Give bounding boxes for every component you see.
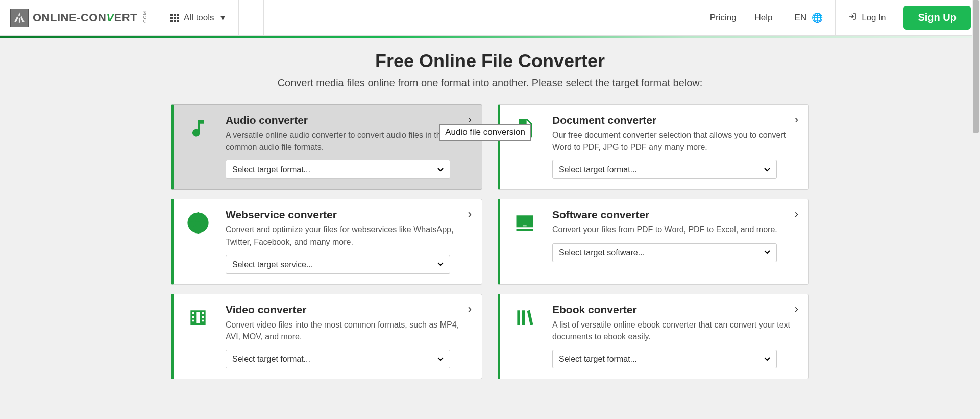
svg-rect-7 (174, 20, 176, 22)
select-target-format[interactable]: Select target format... (226, 350, 450, 368)
all-tools-menu[interactable]: All tools ▼ (158, 0, 238, 35)
svg-rect-0 (170, 14, 173, 16)
card-desc: A versatile online audio converter to co… (226, 129, 471, 153)
hero: Free Online File Converter Convert media… (0, 38, 980, 99)
select-target-format[interactable]: Select target format... (552, 160, 777, 179)
card-title: Document converter (552, 114, 797, 126)
login-link[interactable]: Log In (836, 0, 898, 35)
login-icon (848, 12, 856, 23)
monitor-icon (509, 208, 540, 273)
music-note-icon (183, 114, 213, 179)
card-title: Webservice converter (226, 208, 471, 221)
select-target-format[interactable]: Select target format... (552, 350, 777, 368)
card-software-converter[interactable]: › Software converter Convert your files … (498, 199, 809, 284)
logo-icon (10, 9, 29, 27)
page-title: Free Online File Converter (10, 51, 970, 72)
globe-icon (183, 208, 213, 273)
card-title: Ebook converter (552, 304, 797, 316)
svg-rect-1 (174, 14, 176, 16)
tooltip: Audio file conversion (439, 124, 531, 141)
help-link[interactable]: Help (746, 0, 782, 35)
select-target-software[interactable]: Select target software... (552, 243, 777, 262)
select-target-format[interactable]: Select target format... (226, 160, 450, 179)
pricing-link[interactable]: Pricing (701, 0, 746, 35)
logo-text: ONLINE-CONVERT (33, 11, 137, 25)
scrollbar[interactable] (972, 0, 980, 394)
svg-rect-5 (177, 17, 179, 19)
grid-icon (170, 14, 179, 22)
card-ebook-converter[interactable]: › Ebook converter A list of versatile on… (498, 294, 809, 379)
nav-spacer-cell (238, 0, 264, 35)
globe-icon: 🌐 (812, 12, 823, 24)
card-webservice-converter[interactable]: › Webservice converter Convert and optim… (171, 199, 482, 284)
card-title: Video converter (226, 304, 471, 316)
logo[interactable]: ONLINE-CONVERT .COM (0, 9, 158, 27)
converter-grid: › Audio file conversion Audio converter … (161, 104, 819, 394)
books-icon (509, 304, 540, 368)
svg-rect-3 (170, 17, 173, 19)
card-desc: Convert video files into the most common… (226, 319, 471, 342)
header: ONLINE-CONVERT .COM All tools ▼ Pricing … (0, 0, 980, 36)
svg-rect-8 (177, 20, 179, 22)
svg-rect-4 (174, 17, 176, 19)
svg-rect-2 (177, 14, 179, 16)
select-target-service[interactable]: Select target service... (226, 255, 450, 274)
all-tools-label: All tools (184, 13, 214, 23)
language-label: EN (795, 13, 807, 23)
scroll-thumb[interactable] (973, 0, 979, 133)
card-desc: Convert your files from PDF to Word, PDF… (552, 224, 797, 236)
signup-button[interactable]: Sign Up (903, 6, 971, 30)
card-desc: A list of versatile online ebook convert… (552, 319, 797, 342)
card-title: Audio converter (226, 114, 471, 126)
svg-rect-6 (170, 20, 173, 22)
page-subtitle: Convert media files online from one form… (10, 77, 970, 89)
card-document-converter[interactable]: › Document converter Our free document c… (498, 104, 809, 190)
card-video-converter[interactable]: › Video converter Convert video files in… (171, 294, 482, 379)
card-desc: Our free document converter selection th… (552, 129, 797, 153)
logo-com: .COM (142, 11, 148, 25)
login-label: Log In (862, 13, 886, 23)
card-desc: Convert and optimize your files for webs… (226, 224, 471, 247)
language-menu[interactable]: EN 🌐 (782, 0, 836, 35)
film-icon (183, 304, 213, 368)
card-title: Software converter (552, 208, 797, 221)
card-audio-converter[interactable]: › Audio file conversion Audio converter … (171, 104, 482, 190)
chevron-down-icon: ▼ (219, 14, 227, 22)
